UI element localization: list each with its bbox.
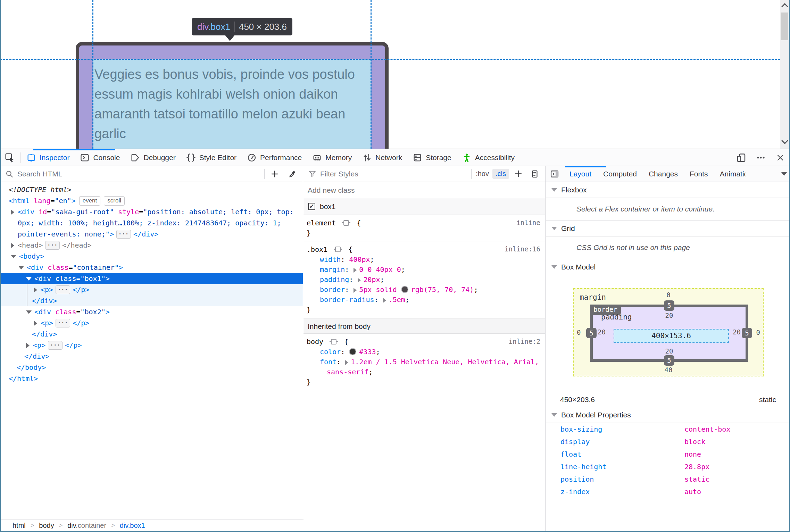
box-model-section-header[interactable]: Box Model bbox=[546, 259, 790, 275]
sidebar-toggle-button[interactable] bbox=[546, 166, 564, 182]
tab-console[interactable]: Console bbox=[75, 149, 125, 166]
class-name-label: box1 bbox=[320, 202, 336, 211]
breadcrumb-item[interactable]: html bbox=[13, 522, 26, 530]
flexbox-section-header[interactable]: Flexbox bbox=[546, 182, 790, 198]
sidebar-tab-changes[interactable]: Changes bbox=[643, 170, 684, 178]
markup-row[interactable]: </html> bbox=[0, 373, 303, 384]
tab-debugger[interactable]: Debugger bbox=[125, 149, 181, 166]
padding-right-value[interactable]: 20 bbox=[733, 328, 741, 336]
border-top-value[interactable]: 5 bbox=[664, 300, 674, 311]
box-model-properties-list: box-sizingcontent-box displayblock float… bbox=[546, 423, 790, 498]
markup-row[interactable]: <p>···</p> bbox=[0, 284, 303, 295]
add-rule-button[interactable] bbox=[510, 169, 526, 178]
css-declaration[interactable]: color: #333; bbox=[307, 347, 545, 357]
markup-row[interactable]: <html lang="en">eventscroll bbox=[0, 195, 303, 206]
class-checkbox[interactable]: ✓ bbox=[308, 203, 315, 210]
markup-row[interactable]: <p>···</p> bbox=[0, 317, 303, 329]
markup-row[interactable]: <body> bbox=[0, 251, 303, 262]
box-model-content-region[interactable]: 400×153.6 bbox=[614, 329, 729, 343]
print-simulation-button[interactable] bbox=[527, 169, 542, 178]
flexbox-message: Select a Flex container or item to conti… bbox=[546, 198, 790, 221]
markup-row-selected[interactable]: <div class="box1"> bbox=[0, 273, 303, 284]
margin-bottom-value[interactable]: 40 bbox=[665, 366, 673, 374]
markup-row[interactable]: </div> bbox=[0, 295, 303, 306]
sidebar-tab-layout[interactable]: Layout bbox=[564, 170, 597, 178]
rule-source-link[interactable]: inline:16 bbox=[505, 245, 540, 253]
add-node-button[interactable] bbox=[267, 169, 283, 178]
active-sidebar-tab-accent bbox=[565, 166, 606, 167]
pseudo-class-hov-button[interactable]: :hov bbox=[474, 169, 491, 179]
tab-style-editor[interactable]: Style Editor bbox=[181, 149, 242, 166]
css-declaration[interactable]: padding: 20px; bbox=[307, 275, 545, 285]
page-text-line: garlic bbox=[94, 124, 371, 144]
scrollbar-thumb[interactable] bbox=[781, 13, 788, 40]
css-declaration[interactable]: width: 400px; bbox=[307, 255, 545, 265]
filter-styles-input[interactable]: Filter Styles bbox=[320, 170, 358, 178]
box-model-border-region[interactable]: border padding 20 20 20 20 400×153.6 bbox=[590, 305, 748, 362]
scroll-up-arrow-icon[interactable] bbox=[781, 3, 788, 10]
padding-top-value[interactable]: 20 bbox=[665, 311, 673, 319]
rules-view: Add new class ✓ box1 element { } inline … bbox=[303, 182, 545, 531]
body-style-rule[interactable]: body { color: #333; font: 1.2em / 1.5 He… bbox=[303, 334, 545, 390]
margin-left-value[interactable]: 0 bbox=[577, 329, 581, 336]
tab-accessibility[interactable]: Accessibility bbox=[457, 149, 520, 166]
markup-row[interactable]: </div> bbox=[0, 351, 303, 362]
markup-row[interactable]: 0px; width: 100%; height…100%; z-index: … bbox=[0, 217, 303, 228]
tab-memory[interactable]: Memory bbox=[307, 149, 357, 166]
meatball-menu-button[interactable] bbox=[751, 149, 771, 166]
markup-row[interactable]: <!DOCTYPE html> bbox=[0, 184, 303, 195]
markup-row[interactable]: </body> bbox=[0, 362, 303, 373]
page-scrollbar[interactable] bbox=[780, 0, 789, 149]
tab-network[interactable]: Network bbox=[357, 149, 407, 166]
responsive-design-mode-button[interactable] bbox=[732, 149, 751, 166]
sidebar-tab-animations[interactable]: Animations bbox=[714, 170, 746, 178]
box-model-properties-header[interactable]: Box Model Properties bbox=[546, 407, 790, 423]
rule-source-link[interactable]: inline bbox=[516, 219, 540, 226]
panel-divider[interactable] bbox=[545, 166, 546, 531]
markup-row[interactable]: <div class="box2"> bbox=[0, 306, 303, 317]
breadcrumb-item-active[interactable]: div.box1 bbox=[120, 522, 145, 530]
sidebar-tab-fonts[interactable]: Fonts bbox=[684, 170, 714, 178]
markup-row[interactable]: </div> bbox=[0, 329, 303, 340]
sidebar-tabs-overflow-icon[interactable] bbox=[781, 172, 787, 176]
search-input[interactable]: Search HTML bbox=[17, 170, 63, 178]
padding-bottom-value[interactable]: 20 bbox=[665, 347, 673, 355]
close-devtools-button[interactable] bbox=[771, 149, 790, 166]
margin-right-value[interactable]: 0 bbox=[756, 329, 760, 336]
margin-top-value[interactable]: 0 bbox=[666, 291, 670, 299]
property-value: content-box bbox=[684, 425, 730, 433]
border-left-value[interactable]: 5 bbox=[586, 328, 597, 338]
rule-source-link[interactable]: inline:2 bbox=[508, 338, 540, 345]
add-new-class-input[interactable]: Add new class bbox=[303, 182, 545, 198]
markup-row[interactable]: <head>···</head> bbox=[0, 240, 303, 251]
grid-section-header[interactable]: Grid bbox=[546, 221, 790, 236]
css-declaration[interactable]: font: 1.2em / 1.5 Helvetica Neue, Helvet… bbox=[307, 357, 545, 367]
padding-left-value[interactable]: 20 bbox=[598, 328, 606, 336]
css-declaration[interactable]: border-radius: .5em; bbox=[307, 295, 545, 305]
css-declaration[interactable]: margin: 0 0 40px 0; bbox=[307, 265, 545, 275]
border-bottom-value[interactable]: 5 bbox=[664, 355, 674, 366]
class-panel-toggle-button[interactable]: .cls bbox=[492, 169, 509, 179]
scroll-down-arrow-icon[interactable] bbox=[781, 137, 788, 144]
breadcrumb-item[interactable]: body bbox=[39, 522, 54, 530]
breadcrumb-item[interactable]: div.container bbox=[67, 522, 106, 530]
tab-storage[interactable]: Storage bbox=[407, 149, 457, 166]
markup-row[interactable]: <p>···</p> bbox=[0, 340, 303, 351]
tab-inspector[interactable]: Inspector bbox=[21, 149, 75, 166]
tab-performance[interactable]: Performance bbox=[242, 149, 307, 166]
active-tab-accent bbox=[33, 149, 115, 150]
sidebar-tab-computed[interactable]: Computed bbox=[597, 170, 643, 178]
element-style-rule[interactable]: element { } inline bbox=[303, 215, 545, 241]
css-declaration[interactable]: border: 5px solid rgb(75, 70, 74); bbox=[307, 285, 545, 295]
css-declaration-wrap[interactable]: sans-serif; bbox=[307, 367, 545, 377]
markup-row[interactable]: pointer-events: none;">···</div> bbox=[0, 228, 303, 240]
eyedropper-button[interactable] bbox=[284, 169, 300, 178]
box-model-margin-region[interactable]: margin 0 0 0 40 border padding 20 20 20 … bbox=[573, 288, 764, 376]
border-right-value[interactable]: 5 bbox=[742, 328, 752, 338]
page-text-line: essum magis kohlrabi welsh onion daikon bbox=[94, 84, 371, 104]
pick-element-button[interactable] bbox=[0, 149, 19, 166]
markup-row[interactable]: <div id="saka-gui-root" style="position:… bbox=[0, 206, 303, 217]
box1-style-rule[interactable]: .box1 { width: 400px; margin: 0 0 40px 0… bbox=[303, 241, 545, 318]
panel-divider[interactable] bbox=[303, 166, 303, 531]
markup-row[interactable]: <div class="container"> bbox=[0, 262, 303, 273]
